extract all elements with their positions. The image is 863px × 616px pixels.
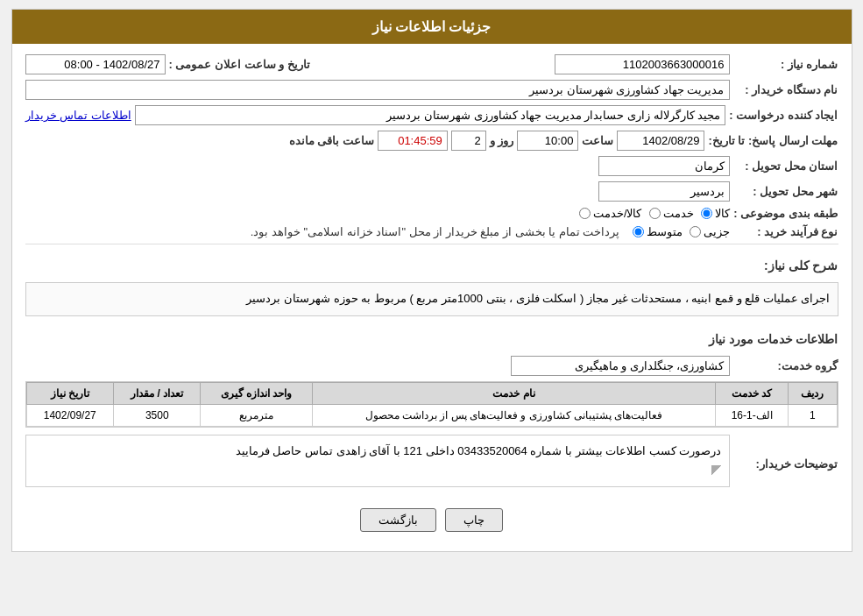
- city-row: شهر محل تحویل : بردسیر: [25, 181, 838, 202]
- process-row: نوع فرآیند خرید : متوسط جزیی پرداخت تمام…: [25, 225, 838, 238]
- cell-quantity: 3500: [114, 404, 201, 426]
- process-radio-motavaset[interactable]: [633, 226, 644, 237]
- need-desc-header-row: شرح کلی نیاز:: [25, 250, 838, 277]
- province-label: استان محل تحویل :: [733, 159, 838, 173]
- service-group-value: کشاورزی، جنگلداری و ماهیگیری: [511, 356, 730, 376]
- response-deadline-label: مهلت ارسال پاسخ: تا تاریخ:: [708, 134, 838, 147]
- col-quantity: تعداد / مقدار: [114, 382, 201, 404]
- buyer-notes-label: توضیحات خریدار:: [733, 457, 838, 471]
- buyer-org-value: مدیریت جهاد کشاورزی شهرستان بردسیر: [25, 80, 730, 100]
- process-motavaset-label: متوسط: [647, 225, 683, 238]
- page-title: جزئیات اطلاعات نیاز: [372, 19, 492, 34]
- contact-info-link[interactable]: اطلاعات تماس خریدار: [25, 109, 131, 122]
- process-label: نوع فرآیند خرید :: [733, 225, 838, 238]
- response-time-label: ساعت: [582, 134, 613, 147]
- need-number-label: شماره نیاز :: [733, 58, 838, 71]
- cell-service-name: فعالیت‌های پشتیبانی کشاورزی و فعالیت‌های…: [312, 404, 715, 426]
- announcement-time-label: تاریخ و ساعت اعلان عمومی :: [169, 58, 310, 71]
- page-container: جزئیات اطلاعات نیاز شماره نیاز : 1102003…: [11, 9, 852, 552]
- cell-service-code: الف-1-16: [716, 404, 789, 426]
- category-label: طبقه بندی موضوعی :: [733, 207, 838, 220]
- response-time: 10:00: [517, 131, 578, 151]
- need-description-box: اجرای عملیات قلع و قمع ابنیه ، مستحدثات …: [25, 282, 838, 316]
- category-option-kala-khedmat: کالا/خدمت: [579, 207, 642, 220]
- services-info-header-row: اطلاعات خدمات مورد نیاز: [25, 323, 838, 350]
- back-button[interactable]: بازگشت: [360, 508, 436, 532]
- remaining-time: 01:45:59: [378, 131, 448, 151]
- city-label: شهر محل تحویل :: [733, 185, 838, 198]
- process-option-jozii: جزیی: [690, 225, 730, 238]
- services-table-container: ردیف کد خدمت نام خدمت واحد اندازه گیری ت…: [25, 381, 838, 428]
- category-radio-khedmat[interactable]: [649, 208, 661, 219]
- col-service-code: کد خدمت: [716, 382, 789, 404]
- creator-label: ایجاد کننده درخواست :: [729, 109, 838, 122]
- cell-unit: مترمربع: [201, 404, 312, 426]
- response-days-label: روز و: [490, 134, 514, 147]
- need-description-label: شرح کلی نیاز:: [764, 258, 838, 273]
- process-radio-group: متوسط جزیی: [633, 225, 730, 238]
- creator-row: ایجاد کننده درخواست : مجید کارگرلاله زار…: [25, 105, 838, 125]
- services-info-label: اطلاعات خدمات مورد نیاز: [709, 332, 838, 346]
- category-radio-kala[interactable]: [701, 208, 712, 219]
- col-row-num: ردیف: [789, 382, 838, 404]
- service-group-label: گروه خدمت:: [733, 359, 838, 372]
- content-area: شماره نیاز : 1102003663000016 تاریخ و سا…: [12, 44, 852, 551]
- col-need-date: تاریخ نیاز: [26, 382, 114, 404]
- need-number-value: 1102003663000016: [555, 54, 730, 74]
- process-jozii-label: جزیی: [704, 225, 730, 238]
- response-deadline-row: مهلت ارسال پاسخ: تا تاریخ: 1402/08/29 سا…: [25, 131, 838, 151]
- need-description-text: اجرای عملیات قلع و قمع ابنیه ، مستحدثات …: [246, 292, 830, 305]
- table-header-row: ردیف کد خدمت نام خدمت واحد اندازه گیری ت…: [26, 382, 837, 404]
- city-value: بردسیر: [598, 181, 730, 202]
- remaining-time-label: ساعت باقی مانده: [289, 134, 374, 147]
- table-row: 1 الف-1-16 فعالیت‌های پشتیبانی کشاورزی و…: [26, 404, 837, 426]
- category-option-kala: کالا: [701, 207, 730, 220]
- divider-1: [25, 244, 838, 244]
- cell-row-num: 1: [789, 404, 838, 426]
- col-unit: واحد اندازه گیری: [201, 382, 312, 404]
- buyer-org-label: نام دستگاه خریدار :: [733, 83, 838, 96]
- buyer-notes-box: درصورت کسب اطلاعات بیشتر با شماره 034335…: [25, 435, 730, 487]
- category-kala-label: کالا: [715, 207, 730, 220]
- resize-handle[interactable]: [711, 465, 722, 476]
- service-group-row: گروه خدمت: کشاورزی، جنگلداری و ماهیگیری: [25, 356, 838, 376]
- province-row: استان محل تحویل : کرمان: [25, 156, 838, 176]
- response-date: 1402/08/29: [617, 131, 704, 151]
- category-option-khedmat: خدمت: [649, 207, 694, 220]
- col-service-name: نام خدمت: [312, 382, 715, 404]
- province-value: کرمان: [598, 156, 730, 176]
- cell-need-date: 1402/09/27: [26, 404, 114, 426]
- creator-value: مجید کارگرلاله زاری حسابدار مدیریت جهاد …: [135, 105, 726, 125]
- response-days: 2: [451, 131, 486, 151]
- button-row: چاپ بازگشت: [25, 499, 838, 541]
- buyer-notes-text: درصورت کسب اطلاعات بیشتر با شماره 034335…: [236, 444, 722, 457]
- category-row: طبقه بندی موضوعی : کالا/خدمت خدمت کالا: [25, 207, 838, 220]
- process-radio-jozii[interactable]: [690, 226, 701, 237]
- print-button[interactable]: چاپ: [445, 508, 503, 532]
- buyer-notes-row: توضیحات خریدار: درصورت کسب اطلاعات بیشتر…: [25, 435, 838, 494]
- buyer-org-row: نام دستگاه خریدار : مدیریت جهاد کشاورزی …: [25, 80, 838, 100]
- category-radio-kala-khedmat[interactable]: [579, 208, 591, 219]
- announcement-time-value: 1402/08/27 - 08:00: [25, 54, 166, 74]
- category-kala-khedmat-label: کالا/خدمت: [593, 207, 642, 220]
- process-description: پرداخت تمام یا بخشی از مبلغ خریدار از مح…: [251, 225, 620, 238]
- page-header: جزئیات اطلاعات نیاز: [12, 10, 852, 44]
- need-number-row: شماره نیاز : 1102003663000016 تاریخ و سا…: [25, 54, 838, 74]
- category-khedmat-label: خدمت: [663, 207, 694, 220]
- process-option-motavaset: متوسط: [633, 225, 683, 238]
- category-radio-group: کالا/خدمت خدمت کالا: [579, 207, 730, 220]
- services-table: ردیف کد خدمت نام خدمت واحد اندازه گیری ت…: [26, 382, 838, 427]
